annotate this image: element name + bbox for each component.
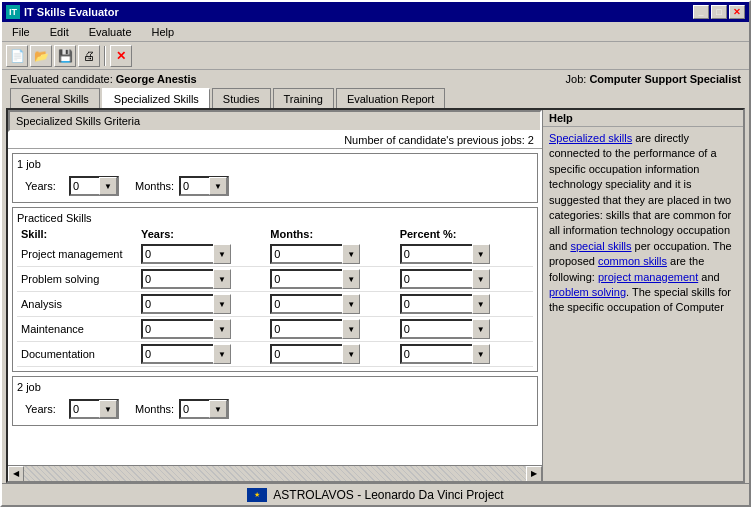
skill-months-4[interactable]: 01 <box>270 344 360 364</box>
minimize-button[interactable]: _ <box>693 5 709 19</box>
tab-bar: General Skills Specialized Skills Studie… <box>2 88 749 108</box>
candidate-count: Number of candidate's previous jobs: 2 <box>8 132 542 149</box>
skill-percent-wrap-4: 02550 <box>400 344 490 364</box>
skill-years-wrap-0: 012 <box>141 244 231 264</box>
skill-months-wrap-3: 01 <box>270 319 360 339</box>
practiced-skills-title: Practiced Skills <box>17 212 533 224</box>
skill-row-problem-solving: Problem solving 01 01 02550 <box>17 267 533 292</box>
help-link-problem[interactable]: problem solving <box>549 286 626 298</box>
skill-years-wrap-2: 01 <box>141 294 231 314</box>
skill-months-2[interactable]: 01 <box>270 294 360 314</box>
skill-months-wrap-1: 01 <box>270 269 360 289</box>
job-label: Job: <box>566 73 587 85</box>
job2-months-wrapper: 01 <box>179 399 229 419</box>
job2-months-label: Months: <box>135 403 175 415</box>
skill-months-0[interactable]: 012 <box>270 244 360 264</box>
delete-button[interactable]: ✕ <box>110 45 132 67</box>
help-link-specialized[interactable]: Specialized skills <box>549 132 632 144</box>
horizontal-scrollbar[interactable]: ◀ ▶ <box>8 465 542 481</box>
skill-name-1: Problem solving <box>21 273 141 285</box>
skills-header: Skill: Years: Months: Percent %: <box>17 226 533 242</box>
open-button[interactable]: 📂 <box>30 45 52 67</box>
job1-years-select[interactable]: 0123 <box>69 176 119 196</box>
tab-training[interactable]: Training <box>273 88 334 108</box>
scroll-right-button[interactable]: ▶ <box>526 466 542 482</box>
header-months: Months: <box>270 228 399 240</box>
skill-percent-wrap-0: 0255075100 <box>400 244 490 264</box>
help-link-special[interactable]: special skills <box>570 240 631 252</box>
menu-edit[interactable]: Edit <box>44 25 75 39</box>
job2-section: 2 job Years: 01 Months: 01 <box>12 376 538 426</box>
skill-row-project-management: Project management 012 012 0255075100 <box>17 242 533 267</box>
job1-months-select[interactable]: 0123 <box>179 176 229 196</box>
job-info: Job: Computer Support Specialist <box>566 73 741 85</box>
close-button[interactable]: ✕ <box>729 5 745 19</box>
tab-general-skills[interactable]: General Skills <box>10 88 100 108</box>
job1-months-wrapper: 0123 <box>179 176 229 196</box>
skill-months-wrap-4: 01 <box>270 344 360 364</box>
skill-percent-wrap-1: 02550 <box>400 269 490 289</box>
menu-evaluate[interactable]: Evaluate <box>83 25 138 39</box>
header-years: Years: <box>141 228 270 240</box>
skill-name-2: Analysis <box>21 298 141 310</box>
tab-evaluation-report[interactable]: Evaluation Report <box>336 88 445 108</box>
job-name: Computer Support Specialist <box>589 73 741 85</box>
info-bar: Evaluated candidate: George Anestis Job:… <box>2 70 749 88</box>
left-panel: Specialized Skills Griteria Number of ca… <box>8 110 543 481</box>
header-skill: Skill: <box>21 228 141 240</box>
maximize-button[interactable]: □ <box>711 5 727 19</box>
scroll-left-button[interactable]: ◀ <box>8 466 24 482</box>
help-title: Help <box>543 110 743 127</box>
scroll-area[interactable]: Number of candidate's previous jobs: 2 1… <box>8 132 542 465</box>
skill-months-wrap-0: 012 <box>270 244 360 264</box>
help-link-common[interactable]: common skills <box>598 255 667 267</box>
main-content: Specialized Skills Griteria Number of ca… <box>6 108 745 483</box>
skill-years-1[interactable]: 01 <box>141 269 231 289</box>
skill-percent-2[interactable]: 02550 <box>400 294 490 314</box>
job2-years-select[interactable]: 01 <box>69 399 119 419</box>
skill-years-2[interactable]: 01 <box>141 294 231 314</box>
print-button[interactable]: 🖨 <box>78 45 100 67</box>
help-link-project[interactable]: project management <box>598 271 698 283</box>
job1-years-wrapper: 0123 <box>69 176 119 196</box>
skill-percent-wrap-3: 02550 <box>400 319 490 339</box>
job1-section: 1 job Years: 0123 Months: 0123 <box>12 153 538 203</box>
job1-label: 1 job <box>17 158 533 170</box>
job2-years-label: Years: <box>25 403 65 415</box>
new-button[interactable]: 📄 <box>6 45 28 67</box>
tab-specialized-skills[interactable]: Specialized Skills <box>102 88 210 108</box>
skill-years-0[interactable]: 012 <box>141 244 231 264</box>
save-button[interactable]: 💾 <box>54 45 76 67</box>
job2-months-select[interactable]: 01 <box>179 399 229 419</box>
scroll-track[interactable] <box>24 466 526 482</box>
help-content[interactable]: Specialized skills are directly connecte… <box>543 127 743 481</box>
job2-years-wrapper: 01 <box>69 399 119 419</box>
window-title: IT Skills Evaluator <box>24 6 119 18</box>
footer: ★ ASTROLAVOS - Leonardo Da Vinci Project <box>2 483 749 505</box>
skill-years-wrap-3: 01 <box>141 319 231 339</box>
menu-help[interactable]: Help <box>146 25 181 39</box>
skill-percent-0[interactable]: 0255075100 <box>400 244 490 264</box>
skill-years-wrap-4: 01 <box>141 344 231 364</box>
toolbar-separator <box>104 46 106 66</box>
skill-row-maintenance: Maintenance 01 01 02550 <box>17 317 533 342</box>
skill-months-3[interactable]: 01 <box>270 319 360 339</box>
skill-years-wrap-1: 01 <box>141 269 231 289</box>
skill-months-wrap-2: 01 <box>270 294 360 314</box>
skill-years-4[interactable]: 01 <box>141 344 231 364</box>
help-text: Specialized skills are directly connecte… <box>549 132 732 313</box>
job1-months-label: Months: <box>135 180 175 192</box>
skill-percent-4[interactable]: 02550 <box>400 344 490 364</box>
skill-name-0: Project management <box>21 248 141 260</box>
app-icon: IT <box>6 5 20 19</box>
header-percent: Percent %: <box>400 228 529 240</box>
skill-years-3[interactable]: 01 <box>141 319 231 339</box>
menu-file[interactable]: File <box>6 25 36 39</box>
skill-percent-1[interactable]: 02550 <box>400 269 490 289</box>
skill-row-analysis: Analysis 01 01 02550 <box>17 292 533 317</box>
tab-studies[interactable]: Studies <box>212 88 271 108</box>
skill-name-3: Maintenance <box>21 323 141 335</box>
skill-percent-3[interactable]: 02550 <box>400 319 490 339</box>
skill-months-1[interactable]: 01 <box>270 269 360 289</box>
window-controls: _ □ ✕ <box>693 5 745 19</box>
